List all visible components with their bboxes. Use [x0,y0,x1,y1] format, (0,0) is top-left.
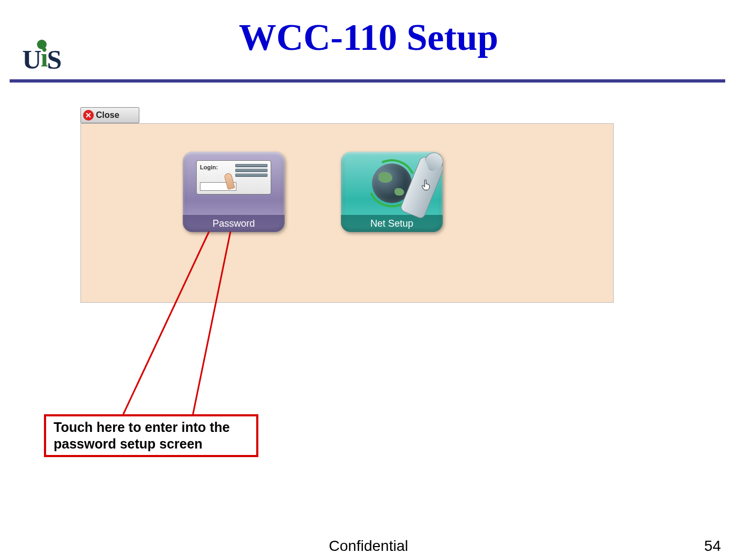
slide: UiS WCC-110 Setup ✕ Close Login: Passwor… [0,0,737,560]
callout-box: Touch here to enter into the password se… [44,414,258,457]
close-icon: ✕ [83,110,94,121]
login-panel-icon: Login: [196,160,271,195]
close-label: Close [96,110,120,120]
password-icon: Login: [183,152,285,215]
net-setup-tile[interactable]: Net Setup [341,152,443,232]
password-tile-label: Password [183,215,285,232]
footer-page-number: 54 [704,537,721,555]
close-button[interactable]: ✕ Close [80,107,139,123]
password-tile[interactable]: Login: Password [183,152,285,232]
callout-text: Touch here to enter into the password se… [54,419,249,453]
footer-confidential: Confidential [0,537,737,555]
title-divider [10,79,725,83]
page-title: WCC-110 Setup [0,16,737,59]
net-setup-tile-label: Net Setup [341,215,443,232]
login-label: Login: [200,164,218,170]
form-rows-icon [235,164,267,177]
setup-panel: Login: Password Net [80,123,614,303]
net-setup-icon [341,152,443,215]
